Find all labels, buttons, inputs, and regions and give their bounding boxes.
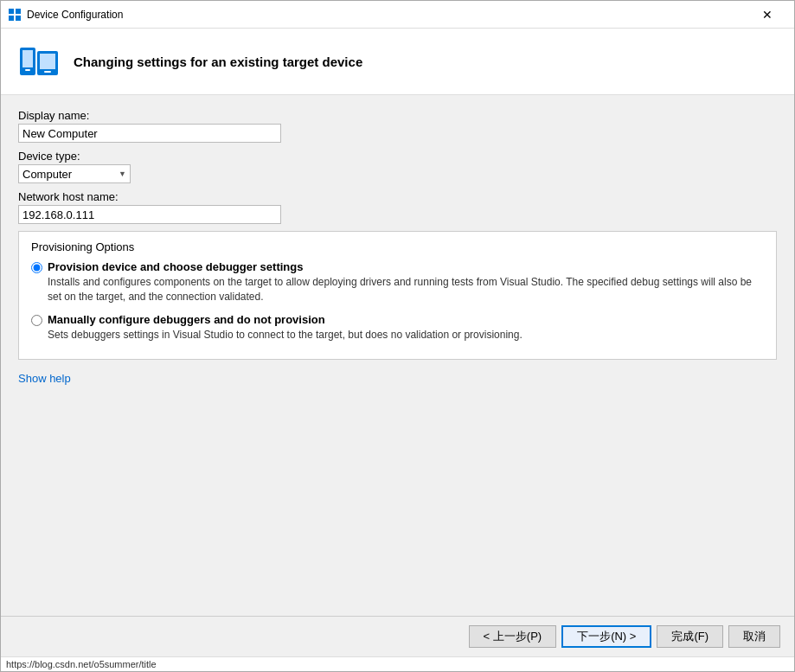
provisioning-options-box: Provisioning Options Provision device an… xyxy=(18,231,777,360)
next-button[interactable]: 下一步(N) > xyxy=(561,625,651,648)
display-name-input[interactable] xyxy=(18,124,281,143)
svg-rect-6 xyxy=(25,69,30,71)
svg-rect-8 xyxy=(40,54,55,69)
footer: < 上一步(P) 下一步(N) > 完成(F) 取消 xyxy=(1,616,794,656)
svg-rect-1 xyxy=(16,9,21,14)
header-banner: Changing settings for an existing target… xyxy=(1,29,794,95)
show-help-link[interactable]: Show help xyxy=(18,372,71,385)
device-config-icon xyxy=(18,41,60,82)
provision-radio-1[interactable] xyxy=(31,262,42,273)
provision-label-2: Manually configure debuggers and do not … xyxy=(48,313,325,326)
provisioning-title: Provisioning Options xyxy=(31,240,764,253)
finish-button[interactable]: 完成(F) xyxy=(657,625,723,648)
network-host-label: Network host name: xyxy=(18,190,777,203)
title-bar: Device Configuration ✕ xyxy=(1,1,794,29)
title-bar-icon xyxy=(8,8,22,22)
header-title: Changing settings for an existing target… xyxy=(74,54,362,69)
provision-desc-1: Installs and configures components on th… xyxy=(48,275,757,304)
display-name-label: Display name: xyxy=(18,109,777,122)
device-configuration-window: Device Configuration ✕ Changing settings… xyxy=(0,0,795,672)
device-type-label: Device type: xyxy=(18,150,777,163)
provision-radio-2[interactable] xyxy=(31,315,42,326)
title-bar-text: Device Configuration xyxy=(27,9,747,21)
svg-rect-0 xyxy=(9,9,14,14)
provision-option-2: Manually configure debuggers and do not … xyxy=(31,313,764,342)
provision-label-1: Provision device and choose debugger set… xyxy=(48,260,303,273)
display-name-group: Display name: xyxy=(18,109,777,143)
svg-rect-2 xyxy=(9,16,14,21)
device-type-group: Device type: Computer ▼ xyxy=(18,150,777,183)
provision-desc-2: Sets debuggers settings in Visual Studio… xyxy=(48,328,523,342)
url-bar: https://blog.csdn.net/o5summer/title xyxy=(1,656,794,671)
svg-rect-9 xyxy=(44,71,51,73)
network-host-input[interactable] xyxy=(18,205,281,224)
network-host-group: Network host name: xyxy=(18,190,777,224)
device-type-select-wrapper[interactable]: Computer ▼ xyxy=(18,164,131,183)
device-type-select[interactable]: Computer xyxy=(19,165,130,182)
provision-option-1: Provision device and choose debugger set… xyxy=(31,260,764,304)
content-area: Display name: Device type: Computer ▼ Ne… xyxy=(1,95,794,616)
svg-rect-3 xyxy=(16,16,21,21)
cancel-button[interactable]: 取消 xyxy=(728,625,780,648)
back-button[interactable]: < 上一步(P) xyxy=(469,625,557,648)
close-button[interactable]: ✕ xyxy=(747,1,787,29)
svg-rect-5 xyxy=(22,50,33,67)
